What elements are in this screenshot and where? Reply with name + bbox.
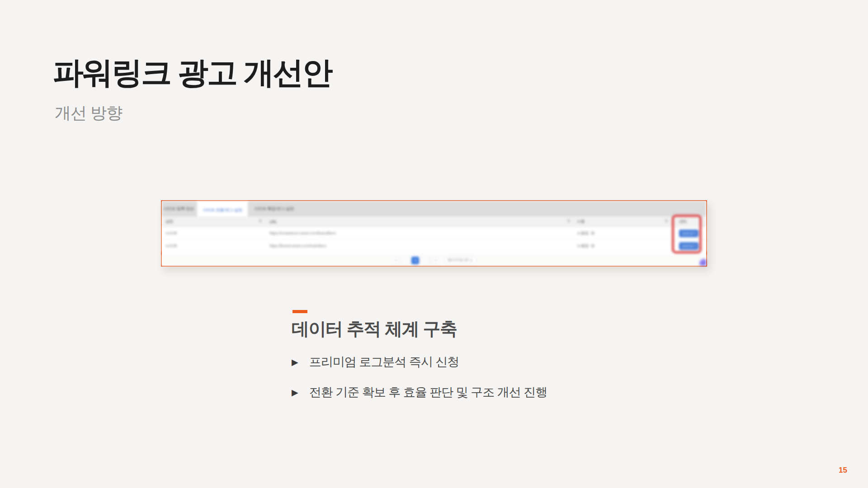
- sort-icon[interactable]: ⇅: [665, 219, 668, 223]
- status-text: 사용함: [577, 230, 589, 236]
- status-dot-icon: [591, 244, 594, 248]
- status-dot-icon: [591, 231, 594, 235]
- screenshot-panel: 사이트 등록 정보 사이트 전환 태그 설정 사이트 확장 태그 설정 설정 ⇅…: [161, 200, 707, 267]
- tab-bar: 사이트 등록 정보 사이트 전환 태그 설정 사이트 확장 태그 설정: [162, 201, 706, 216]
- table-header-row: 설정 ⇅ URL ⇅ 사용 ⇅ 관리: [162, 216, 706, 227]
- page-number: 15: [839, 466, 847, 475]
- url-cell: https://smartstore.naver.com/brand/item: [269, 227, 336, 239]
- sort-icon[interactable]: ⇅: [567, 219, 571, 223]
- tab-site-info[interactable]: 사이트 등록 정보: [164, 201, 193, 216]
- tab-extended-tag[interactable]: 사이트 확장 태그 설정: [249, 201, 299, 216]
- bullet-item: ▶ 전환 기준 확보 후 효율 판단 및 구조 개선 진행: [292, 384, 547, 400]
- page-subtitle: 개선 방향: [55, 102, 122, 124]
- table-row[interactable]: 사이트 https://smartstore.naver.com/brand/i…: [162, 227, 706, 239]
- bullet-text: 프리미엄 로그분석 즉시 신청: [309, 354, 459, 370]
- tab-label: 사이트 등록 정보: [163, 206, 193, 212]
- screenshot-blurred-content: 사이트 등록 정보 사이트 전환 태그 설정 사이트 확장 태그 설정 설정 ⇅…: [162, 201, 706, 266]
- status-cell: 사용함: [577, 239, 594, 252]
- bullet-triangle-icon: ▶: [292, 358, 298, 366]
- page-last-button[interactable]: »: [431, 257, 439, 264]
- page-size-dropdown[interactable]: 페이지당 10 ∨: [444, 256, 476, 264]
- bullet-item: ▶ 프리미엄 로그분석 즉시 신청: [292, 354, 459, 370]
- page-next-button[interactable]: ›: [421, 257, 429, 264]
- page-prev-button[interactable]: ‹: [401, 257, 409, 264]
- page-title: 파워링크 광고 개선안: [53, 52, 332, 94]
- pagination: « ‹ 1 › » 페이지당 10 ∨: [162, 254, 706, 266]
- page-size-label: 페이지당 10: [448, 258, 468, 263]
- header-cell-url: URL: [269, 216, 277, 227]
- tab-label: 사이트 전환 태그 설정: [203, 207, 242, 213]
- section-accent-bar: [292, 310, 307, 313]
- header-cell-status: 사용: [577, 216, 585, 227]
- table-row[interactable]: 사이트 https://brand.naver.com/main/item 사용…: [162, 239, 706, 252]
- sort-icon[interactable]: ⇅: [259, 219, 262, 223]
- name-cell: 사이트: [165, 239, 177, 252]
- page-first-button[interactable]: «: [392, 257, 399, 264]
- status-cell: 사용함: [577, 227, 594, 239]
- url-cell: https://brand.naver.com/main/item: [269, 239, 326, 252]
- bullet-triangle-icon: ▶: [292, 388, 298, 397]
- header-cell-name: 설정: [165, 216, 173, 227]
- section-heading: 데이터 추적 체계 구축: [292, 317, 457, 341]
- corner-widget-blob: [699, 258, 706, 266]
- tab-label: 사이트 확장 태그 설정: [254, 206, 293, 212]
- red-highlight-box: [672, 215, 702, 253]
- status-text: 사용함: [577, 243, 589, 249]
- chevron-down-icon: ∨: [470, 258, 472, 263]
- page-current-button[interactable]: 1: [411, 257, 419, 264]
- name-cell: 사이트: [165, 227, 177, 239]
- bullet-text: 전환 기준 확보 후 효율 판단 및 구조 개선 진행: [309, 384, 547, 400]
